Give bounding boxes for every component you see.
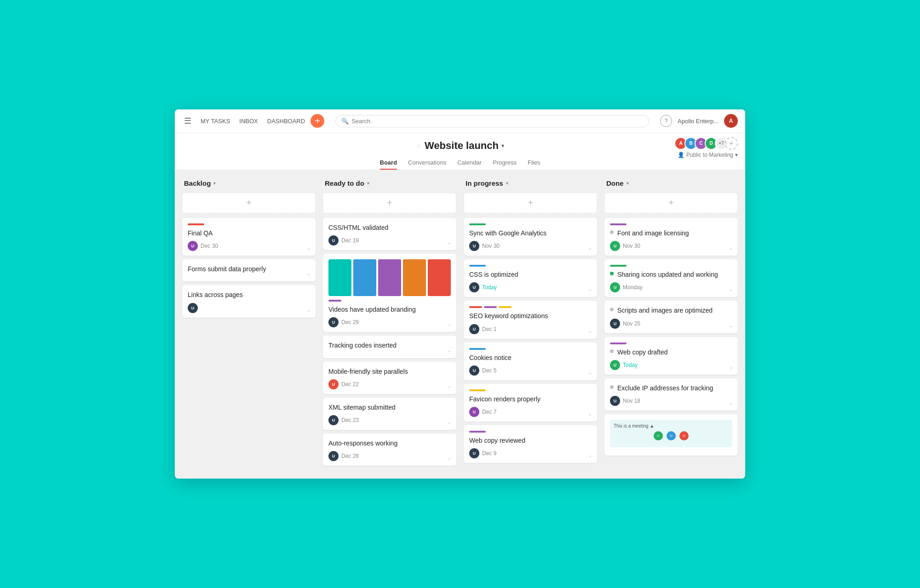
card-expand-sharing[interactable]: ⌄ <box>729 286 733 292</box>
card-expand-sync[interactable]: ⌄ <box>588 245 592 251</box>
card-expand-tracking[interactable]: ⌄ <box>447 347 452 354</box>
project-header-right: A B C D +7 + 👤 Public to Marketing ▾ <box>674 137 738 158</box>
card-meta-drafted: U Today <box>610 360 732 370</box>
card-expand-ip[interactable]: ⌄ <box>729 400 733 406</box>
search-input[interactable] <box>351 118 643 125</box>
card-title-ip: Exclude IP addresses for tracking <box>617 384 713 392</box>
card-date-auto: Dec 28 <box>341 453 359 459</box>
meeting-title: This is a meeting ▲ <box>614 423 729 428</box>
card-expand-auto[interactable]: ⌄ <box>447 455 452 461</box>
hamburger-icon[interactable]: ☰ <box>182 114 193 128</box>
card-meta-final-qa: U Dec 30 <box>188 241 310 251</box>
tab-files[interactable]: Files <box>528 156 540 170</box>
card-title-xml: XML sitemap submitted <box>328 403 451 411</box>
card-title-row-drafted: Web copy drafted <box>610 348 732 356</box>
column-chevron-done[interactable]: ▾ <box>627 181 629 186</box>
card-expand-final-qa[interactable]: ⌄ <box>306 245 311 251</box>
card-expand-scripts[interactable]: ⌄ <box>729 322 733 329</box>
accent-bar-1 <box>469 306 482 308</box>
card-accent-videos <box>328 300 341 302</box>
card-meta-scripts: U Nov 25 <box>610 319 732 329</box>
card-date-ip: Nov 18 <box>623 398 640 404</box>
card-date-mobile: Dec 22 <box>341 381 359 388</box>
add-card-inprogress[interactable]: + <box>464 193 597 213</box>
search-container: 🔍 <box>335 115 649 127</box>
card-expand-favicon[interactable]: ⌄ <box>588 411 592 417</box>
project-title-row: ☆ Website launch ▾ <box>175 140 745 152</box>
card-expand-cookies[interactable]: ⌄ <box>588 369 592 376</box>
tab-progress[interactable]: Progress <box>493 156 517 170</box>
column-chevron-backlog[interactable]: ▾ <box>213 181 216 186</box>
card-videos: Videos have updated branding U Dec 29 ⌄ <box>323 254 456 332</box>
card-title-css-opt: CSS is optimized <box>469 270 592 279</box>
privacy-chevron[interactable]: ▾ <box>735 152 738 158</box>
tab-board[interactable]: Board <box>380 156 397 170</box>
card-expand-forms[interactable]: ⌄ <box>306 270 311 277</box>
card-avatar-xml: U <box>328 415 339 425</box>
color-block-1 <box>328 259 351 296</box>
card-expand-font[interactable]: ⌄ <box>729 245 733 251</box>
card-meta-xml: U Dec 23 <box>328 415 451 425</box>
column-header-backlog: Backlog ▾ <box>182 179 316 187</box>
add-button[interactable]: + <box>310 114 324 128</box>
card-sync-analytics: Sync with Google Analytics U Nov 30 ⌄ <box>464 218 597 256</box>
dashboard-link[interactable]: DASHBOARD <box>267 118 305 125</box>
card-expand-css-opt[interactable]: ⌄ <box>588 286 592 292</box>
card-sharing-icons: Sharing icons updated and working U Mond… <box>604 259 738 297</box>
column-chevron-ready[interactable]: ▾ <box>367 181 369 186</box>
column-chevron-inprogress[interactable]: ▾ <box>506 181 508 186</box>
add-card-done[interactable]: + <box>604 193 738 213</box>
star-icon[interactable]: ☆ <box>416 142 422 149</box>
column-title-inprogress: In progress <box>466 179 503 187</box>
card-accent-cookies <box>469 348 486 350</box>
add-member-button[interactable]: + <box>725 137 738 150</box>
card-expand-mobile[interactable]: ⌄ <box>447 383 452 389</box>
color-block-4 <box>403 259 426 296</box>
card-avatar-ip: U <box>610 396 620 406</box>
card-date-sync: Nov 30 <box>482 243 500 249</box>
card-expand-videos[interactable]: ⌄ <box>447 321 452 327</box>
card-expand-links[interactable]: ⌄ <box>306 307 311 313</box>
card-expand-xml[interactable]: ⌄ <box>447 419 452 425</box>
tab-conversations[interactable]: Conversations <box>408 156 446 170</box>
status-dot-ip <box>610 385 614 389</box>
add-card-backlog[interactable]: + <box>182 193 316 213</box>
card-date-scripts: Nov 25 <box>623 320 640 327</box>
card-scripts: Scripts and images are optimized U Nov 2… <box>604 301 738 333</box>
card-title-web-drafted: Web copy drafted <box>617 348 667 356</box>
card-web-drafted: Web copy drafted U Today ⌄ <box>604 337 738 375</box>
add-card-ready[interactable]: + <box>323 193 456 213</box>
tab-calendar[interactable]: Calendar <box>457 156 482 170</box>
card-meta-css-opt: U Today <box>469 282 592 292</box>
card-title-forms: Forms submit data properly <box>188 265 310 273</box>
meeting-avatar-3: U <box>679 431 689 440</box>
card-expand-seo[interactable]: ⌄ <box>588 328 592 334</box>
app-window: ☰ MY TASKS INBOX DASHBOARD + 🔍 ? Apollo … <box>175 109 745 479</box>
card-date-cookies: Dec 5 <box>482 367 496 374</box>
card-expand-drafted[interactable]: ⌄ <box>729 364 733 370</box>
team-avatars: A B C D +7 + <box>674 137 738 150</box>
card-expand-web-copy[interactable]: ⌄ <box>588 452 592 458</box>
card-cookies: Cookies notice U Dec 5 ⌄ <box>464 343 597 380</box>
card-title-row-sharing: Sharing icons updated and working <box>610 270 732 279</box>
card-title-scripts: Scripts and images are optimized <box>617 306 713 314</box>
card-avatar-cookies: U <box>469 365 479 376</box>
card-exclude-ip: Exclude IP addresses for tracking U Nov … <box>604 378 738 411</box>
card-meta-sync: U Nov 30 <box>469 241 592 251</box>
project-title-chevron[interactable]: ▾ <box>501 143 504 149</box>
privacy-label[interactable]: Public to Marketing <box>686 152 733 158</box>
status-dot-sharing <box>610 272 614 275</box>
card-css-opt: CSS is optimized U Today ⌄ <box>464 259 597 297</box>
card-meta-videos: U Dec 29 <box>328 317 451 327</box>
my-tasks-link[interactable]: MY TASKS <box>201 118 230 125</box>
card-meta-css-html: U Dec 19 <box>328 235 451 245</box>
help-button[interactable]: ? <box>660 115 672 127</box>
card-expand-css-html[interactable]: ⌄ <box>447 239 452 245</box>
meeting-avatar-1: U <box>654 431 663 440</box>
card-accent-favicon <box>469 389 486 391</box>
project-tabs: Board Conversations Calendar Progress Fi… <box>175 156 745 170</box>
inbox-link[interactable]: INBOX <box>239 118 258 125</box>
card-meta-favicon: U Dec 7 <box>469 407 592 417</box>
status-dot-scripts <box>610 308 614 311</box>
card-xml: XML sitemap submitted U Dec 23 ⌄ <box>323 398 456 430</box>
